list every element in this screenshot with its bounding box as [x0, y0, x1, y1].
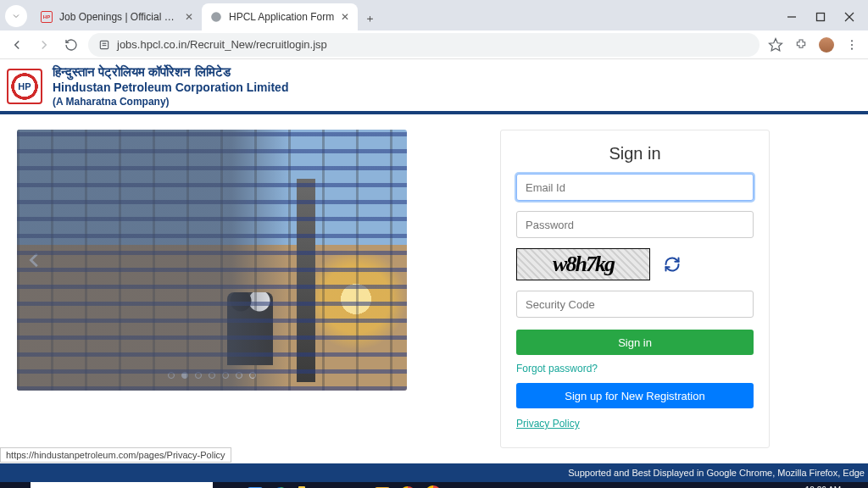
captcha-image: w8h7kg	[516, 248, 650, 280]
tab-label: Job Openings | Official Website	[59, 11, 178, 23]
chrome-icon[interactable]	[423, 485, 443, 488]
signin-button[interactable]: Sign in	[516, 330, 754, 355]
taskbar-search[interactable]: Type here to search	[31, 482, 213, 488]
hero-carousel	[17, 130, 407, 391]
start-button[interactable]	[0, 482, 31, 488]
security-code-field[interactable]	[516, 291, 754, 318]
app-icon[interactable]	[372, 485, 392, 488]
svg-point-11	[851, 47, 853, 49]
chrome-icon[interactable]	[398, 485, 418, 488]
refresh-captcha-button[interactable]	[664, 256, 681, 273]
reload-button[interactable]	[61, 35, 81, 55]
hp-logo-icon: HP	[7, 69, 42, 104]
store-icon[interactable]	[321, 485, 342, 488]
favicon-generic-icon	[210, 11, 222, 23]
minimize-button[interactable]	[785, 10, 798, 24]
windows-taskbar: Type here to search I 20°C Haze	[0, 482, 868, 488]
privacy-policy-link[interactable]: Privacy Policy	[516, 418, 580, 430]
tab-label: HPCL Application Form	[229, 11, 334, 23]
title-subtitle: (A Maharatna Company)	[53, 94, 288, 108]
pinned-apps: I	[220, 485, 443, 488]
forgot-password-link[interactable]: Forgot password?	[516, 363, 598, 374]
app-icon[interactable]: I	[347, 485, 367, 488]
site-header: HP हिन्दुस्तान पेट्रोलियम कॉर्पोरेशन लिम…	[0, 59, 868, 114]
new-tab-button[interactable]: ＋	[358, 7, 381, 30]
profile-avatar-icon[interactable]	[817, 36, 836, 54]
close-icon[interactable]: ✕	[341, 11, 349, 23]
extensions-icon[interactable]	[792, 36, 810, 54]
kebab-menu-icon[interactable]	[843, 36, 861, 54]
tab-strip: HP Job Openings | Official Website ✕ HPC…	[32, 3, 778, 30]
forward-button[interactable]	[34, 35, 54, 55]
main-content: Sign in w8h7kg Sign in Forgot password? …	[0, 114, 868, 448]
svg-point-10	[851, 43, 853, 45]
carousel-dot[interactable]	[209, 372, 215, 379]
site-titles: हिन्दुस्तान पेट्रोलियम कॉर्पोरेशन लिमिटे…	[53, 64, 288, 108]
address-bar[interactable]: jobs.hpcl.co.in/Recruit_New/recruitlogin…	[88, 33, 760, 57]
status-hover-url: https://hindustanpetroleum.com/pages/Pri…	[0, 447, 231, 463]
carousel-dot[interactable]	[236, 372, 242, 379]
window-controls	[778, 10, 868, 30]
url-text: jobs.hpcl.co.in/Recruit_New/recruitlogin…	[117, 38, 327, 51]
login-card: Sign in w8h7kg Sign in Forgot password? …	[500, 130, 770, 448]
login-title: Sign in	[516, 144, 754, 164]
close-window-button[interactable]	[843, 10, 856, 24]
carousel-prev-button[interactable]	[25, 248, 44, 272]
svg-marker-8	[770, 38, 782, 50]
task-view-icon[interactable]	[220, 485, 240, 488]
profile-chip[interactable]	[5, 5, 27, 27]
favicon-hp-icon: HP	[41, 11, 53, 23]
maximize-button[interactable]	[814, 10, 827, 24]
password-field[interactable]	[516, 211, 754, 238]
svg-rect-2	[817, 14, 825, 21]
carousel-dot[interactable]	[222, 372, 229, 379]
svg-point-0	[211, 12, 221, 22]
carousel-dot[interactable]	[195, 372, 202, 379]
browser-toolbar: jobs.hpcl.co.in/Recruit_New/recruitlogin…	[0, 30, 868, 59]
title-hindi: हिन्दुस्तान पेट्रोलियम कॉर्पोरेशन लिमिटे…	[53, 64, 288, 80]
compatibility-banner: Supported and Best Displayed in Google C…	[0, 463, 868, 482]
site-info-icon[interactable]	[98, 39, 110, 51]
email-field[interactable]	[516, 174, 754, 201]
back-button[interactable]	[7, 35, 27, 55]
tab-hpcl-application[interactable]: HPCL Application Form ✕	[202, 3, 358, 30]
tab-job-openings[interactable]: HP Job Openings | Official Website ✕	[32, 3, 202, 30]
edge-icon[interactable]	[270, 485, 291, 488]
bookmark-star-icon[interactable]	[766, 36, 785, 54]
carousel-dot[interactable]	[249, 372, 256, 379]
file-explorer-icon[interactable]	[296, 485, 316, 488]
title-english: Hindustan Petroleum Corporation Limited	[53, 80, 288, 94]
close-icon[interactable]: ✕	[185, 11, 193, 23]
svg-point-9	[851, 40, 853, 42]
carousel-dots[interactable]	[168, 372, 256, 379]
app-icon[interactable]	[245, 485, 265, 488]
carousel-dot[interactable]	[168, 372, 175, 379]
signup-button[interactable]: Sign up for New Registration	[516, 383, 754, 408]
browser-titlebar: HP Job Openings | Official Website ✕ HPC…	[0, 0, 868, 30]
carousel-dot[interactable]	[181, 372, 188, 379]
